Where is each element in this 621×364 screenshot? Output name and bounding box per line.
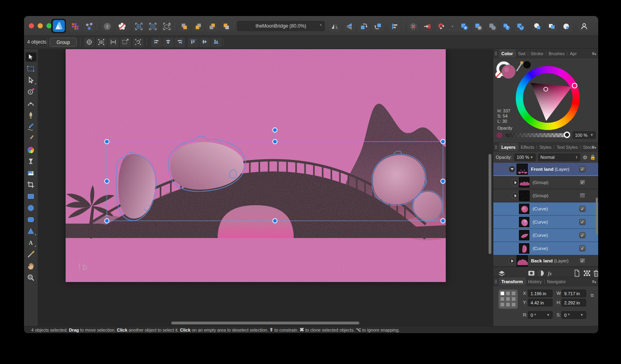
- pixel-persona-button[interactable]: [69, 21, 81, 32]
- tab-color[interactable]: Color: [499, 49, 515, 58]
- layer-thumbnail[interactable]: [517, 164, 528, 175]
- anchor-point-selector[interactable]: [499, 290, 518, 309]
- cycle-selection-box-button[interactable]: [84, 38, 95, 47]
- tab-swt[interactable]: Swt: [516, 49, 528, 58]
- show-handles-button[interactable]: [108, 38, 119, 47]
- ellipse-tool[interactable]: [26, 203, 36, 212]
- horizontal-scrollbar[interactable]: [171, 322, 359, 324]
- layer-row-group[interactable]: (Group)✓: [493, 176, 598, 189]
- y-field[interactable]: 4.42 in: [528, 299, 553, 306]
- tab-brushes[interactable]: Brushes: [546, 49, 567, 58]
- vertical-scrollbar[interactable]: [489, 154, 491, 254]
- delete-layer-icon[interactable]: [592, 269, 598, 278]
- adjustment-layer-icon[interactable]: [537, 269, 545, 278]
- assets-button[interactable]: [116, 21, 128, 32]
- flip-horizontal-button[interactable]: [329, 21, 341, 32]
- blend-options-gear-icon[interactable]: ⚙: [583, 154, 587, 160]
- marquee-lasso-button[interactable]: [161, 21, 173, 32]
- tab-layers[interactable]: Layers: [499, 143, 518, 151]
- export-persona-button[interactable]: [83, 21, 95, 32]
- move-forward-button[interactable]: [192, 21, 204, 32]
- layer-thumbnail[interactable]: [519, 204, 529, 214]
- rotate-cw-button[interactable]: [372, 21, 384, 32]
- layer-visibility-checkbox-unchecked[interactable]: [579, 193, 585, 199]
- pen-tool[interactable]: [26, 110, 36, 120]
- rounded-rectangle-tool[interactable]: [26, 215, 36, 224]
- pencil-tool[interactable]: [26, 122, 36, 131]
- layer-visibility-checkbox-checked[interactable]: ✓: [579, 166, 585, 172]
- expand-layer-icon[interactable]: [509, 258, 515, 264]
- align-bottom-button[interactable]: [211, 38, 222, 47]
- shear-field[interactable]: 0 °▼: [561, 311, 586, 319]
- boolean-add-button[interactable]: [458, 21, 470, 32]
- transform-objects-button[interactable]: [120, 38, 131, 47]
- collapse-layer-icon[interactable]: [509, 166, 515, 172]
- layer-opacity-dropdown[interactable]: 100 %▼: [514, 154, 535, 161]
- layer-row-front-land[interactable]: Front land (Layer)✓: [493, 163, 598, 176]
- layer-thumbnail[interactable]: [517, 255, 528, 266]
- colour-picker-tool[interactable]: [26, 250, 36, 259]
- vector-brush-tool[interactable]: [26, 134, 36, 143]
- layer-visibility-checkbox-checked[interactable]: ✓: [579, 180, 585, 186]
- boolean-divide-button[interactable]: [500, 21, 512, 32]
- expand-layer-icon[interactable]: [512, 179, 519, 186]
- pattern-layer-icon[interactable]: [582, 269, 591, 278]
- align-left-button[interactable]: [151, 38, 162, 47]
- enable-rotation-button[interactable]: [133, 38, 144, 47]
- view-tool[interactable]: [26, 261, 36, 270]
- point-transform-tool[interactable]: [26, 87, 36, 96]
- align-top-button[interactable]: [188, 38, 198, 47]
- transform_panel-panel-menu-icon[interactable]: ≡▾: [592, 279, 596, 284]
- color_panel-panel-menu-icon[interactable]: ≡▾: [592, 51, 596, 56]
- fill-tool[interactable]: [26, 145, 36, 154]
- layer-row-back-land[interactable]: Back land (Layer)✓: [493, 255, 598, 267]
- layer-thumbnail[interactable]: [519, 217, 529, 227]
- marquee-grid-button[interactable]: [133, 21, 145, 32]
- tab-stroke[interactable]: Stroke: [528, 49, 546, 58]
- canvas-viewport[interactable]: !b: [38, 49, 493, 326]
- corner-tool[interactable]: [26, 99, 36, 108]
- move-tool[interactable]: [26, 52, 36, 62]
- marquee-dense-button[interactable]: [147, 21, 159, 32]
- node-tool[interactable]: [26, 76, 36, 85]
- vector-crop-tool[interactable]: [26, 180, 36, 189]
- layer-visibility-checkbox-checked[interactable]: ✓: [579, 246, 585, 252]
- geometry-behind-button[interactable]: [531, 21, 543, 32]
- artistic-text-tool[interactable]: A: [26, 238, 36, 247]
- tab-history[interactable]: History: [526, 277, 544, 286]
- pixel-snap-button[interactable]: [421, 21, 433, 32]
- tab-navigator[interactable]: Navigator: [545, 277, 568, 286]
- blend-mode-dropdown[interactable]: Normal⇕: [538, 154, 581, 161]
- w-field[interactable]: 9.717 in: [561, 290, 586, 297]
- rotation-field[interactable]: 0 °▼: [528, 311, 553, 319]
- rotate-ccw-button[interactable]: [358, 21, 370, 32]
- rectangle-tool[interactable]: [26, 192, 36, 201]
- mask-layer-icon[interactable]: [527, 269, 536, 278]
- opacity-slider[interactable]: [505, 133, 566, 137]
- layers_panel-panel-menu-icon[interactable]: ≡▾: [592, 144, 596, 150]
- tab-apr[interactable]: Apr: [567, 49, 579, 58]
- opacity-slider-handle[interactable]: [564, 132, 570, 138]
- x-field[interactable]: 1.196 in: [528, 290, 553, 297]
- zoom-tool[interactable]: [26, 273, 36, 282]
- new-layer-icon[interactable]: [573, 269, 581, 278]
- color_panel-panel-grip[interactable]: [495, 52, 498, 56]
- align-middle-button[interactable]: [199, 38, 210, 47]
- lock-layer-icon[interactable]: 🔒: [590, 154, 596, 160]
- group-button[interactable]: Group: [50, 38, 77, 47]
- layer-row-curve[interactable]: (Curve)✓: [493, 216, 598, 229]
- tab-text-styles[interactable]: Text Styles: [554, 143, 580, 151]
- layer-stack-icon[interactable]: [497, 269, 506, 278]
- no-color-swatch[interactable]: [495, 72, 502, 78]
- minimize-window-button[interactable]: [38, 23, 43, 28]
- snapping-button[interactable]: [435, 21, 447, 32]
- snapping-options-caret[interactable]: [447, 21, 459, 32]
- account-button[interactable]: [578, 21, 590, 32]
- tab-transform[interactable]: Transform: [499, 277, 525, 286]
- align-center-button[interactable]: [163, 38, 174, 47]
- boolean-intersect-button[interactable]: [486, 21, 498, 32]
- move-to-front-button[interactable]: [178, 21, 190, 32]
- move-backward-button[interactable]: [206, 21, 218, 32]
- show-selection-button[interactable]: [96, 38, 107, 47]
- expand-layer-icon[interactable]: [512, 192, 519, 199]
